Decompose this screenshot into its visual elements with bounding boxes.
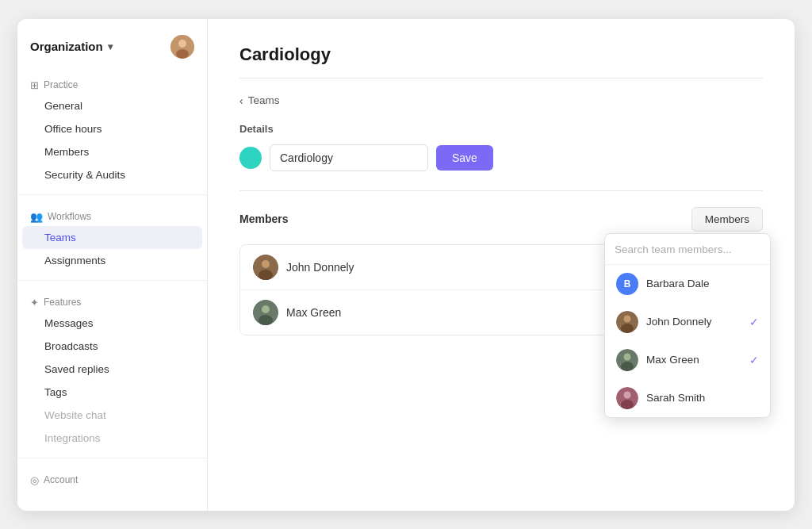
- assignments-label: Assignments: [44, 255, 105, 266]
- details-section-label: Details: [239, 123, 763, 135]
- sidebar-item-assignments[interactable]: Assignments: [22, 249, 202, 272]
- avatar: [616, 349, 638, 371]
- practice-icon: ⊞: [30, 79, 39, 91]
- team-color-dot[interactable]: [239, 147, 262, 169]
- sidebar-header: Organization ▾: [17, 35, 207, 71]
- dropdown-search-container: [605, 234, 770, 265]
- dropdown-member-name: John Donnely: [646, 316, 712, 328]
- sidebar-item-broadcasts[interactable]: Broadcasts: [22, 335, 202, 358]
- sidebar-item-tags[interactable]: Tags: [22, 381, 202, 404]
- dropdown-member-name: Barbara Dale: [646, 278, 710, 289]
- svg-point-14: [621, 362, 634, 371]
- tags-label: Tags: [44, 386, 67, 398]
- integrations-label: Integrations: [44, 432, 101, 444]
- workflows-label: Workflows: [48, 211, 91, 222]
- avatar: [170, 35, 194, 59]
- svg-point-16: [624, 391, 631, 398]
- sidebar-section-account: ◎ Account: [17, 466, 207, 489]
- sidebar-item-teams[interactable]: Teams: [22, 226, 202, 249]
- org-title[interactable]: Organization ▾: [30, 40, 113, 53]
- search-input[interactable]: [615, 243, 760, 255]
- back-to-teams-link[interactable]: ‹ Teams: [239, 94, 279, 107]
- sidebar-item-general[interactable]: General: [22, 94, 202, 117]
- dropdown-member-name: Sarah Smith: [646, 392, 705, 404]
- back-arrow-icon: ‹: [239, 94, 243, 107]
- sidebar-section-practice: ⊞ Practice: [17, 71, 207, 94]
- security-label: Security & Audits: [44, 169, 125, 181]
- back-link-label: Teams: [248, 94, 280, 106]
- svg-point-7: [262, 305, 270, 313]
- members-section-label: Members: [239, 213, 288, 225]
- list-item[interactable]: Max Green ✓: [605, 341, 770, 379]
- main-divider-middle: [239, 190, 763, 191]
- sidebar-item-security[interactable]: Security & Audits: [22, 163, 202, 186]
- sidebar-item-website-chat[interactable]: Website chat: [22, 404, 202, 427]
- teams-label: Teams: [44, 232, 76, 243]
- main-divider-top: [239, 78, 763, 79]
- members-dropdown-button[interactable]: Members: [691, 207, 763, 232]
- members-nav-label: Members: [44, 146, 89, 158]
- avatar-letter: B: [624, 278, 631, 289]
- members-dropdown: B Barbara Dale John Donnely ✓: [604, 233, 771, 418]
- sidebar: Organization ▾ ⊞ Practice General Office…: [17, 19, 208, 511]
- svg-point-2: [176, 49, 189, 59]
- dropdown-member-name: Max Green: [646, 354, 699, 366]
- sidebar-item-office-hours[interactable]: Office hours: [22, 117, 202, 140]
- avatar: B: [616, 273, 638, 295]
- workflows-icon: 👥: [30, 211, 43, 223]
- svg-point-13: [624, 353, 631, 360]
- page-title: Cardiology: [239, 44, 763, 65]
- sidebar-section-features: ✦ Features: [17, 289, 207, 312]
- members-section-header: Members Members: [239, 207, 763, 232]
- main-content: Cardiology ‹ Teams Details Save Members …: [208, 19, 795, 511]
- broadcasts-label: Broadcasts: [44, 340, 98, 352]
- org-name-label: Organization: [30, 40, 103, 53]
- svg-point-1: [178, 40, 186, 48]
- member-name: Max Green: [286, 306, 341, 319]
- team-name-input[interactable]: [270, 144, 428, 171]
- messages-label: Messages: [44, 317, 94, 329]
- member-name: John Donnely: [286, 261, 354, 274]
- sidebar-item-saved-replies[interactable]: Saved replies: [22, 358, 202, 381]
- divider-2: [17, 280, 207, 281]
- svg-point-17: [621, 400, 634, 409]
- chevron-down-icon: ▾: [108, 41, 113, 52]
- avatar: [616, 311, 638, 333]
- sidebar-item-members[interactable]: Members: [22, 140, 202, 163]
- avatar: [253, 255, 278, 280]
- divider-3: [17, 458, 207, 458]
- svg-point-4: [262, 260, 270, 268]
- svg-point-10: [624, 315, 631, 322]
- list-item[interactable]: John Donnely ✓: [605, 303, 770, 341]
- svg-point-11: [621, 324, 634, 333]
- website-chat-label: Website chat: [44, 409, 106, 421]
- avatar: [253, 300, 278, 325]
- practice-label: Practice: [44, 79, 78, 90]
- list-item[interactable]: B Barbara Dale: [605, 265, 770, 303]
- check-icon: ✓: [749, 354, 759, 366]
- sidebar-item-messages[interactable]: Messages: [22, 312, 202, 335]
- saved-replies-label: Saved replies: [44, 363, 109, 375]
- check-icon: ✓: [749, 316, 759, 328]
- features-label: Features: [44, 297, 81, 308]
- details-row: Save: [239, 144, 763, 171]
- features-icon: ✦: [30, 297, 39, 309]
- sidebar-section-workflows: 👥 Workflows: [17, 203, 207, 226]
- sidebar-item-integrations[interactable]: Integrations: [22, 427, 202, 450]
- office-hours-label: Office hours: [44, 123, 102, 135]
- general-label: General: [44, 100, 82, 112]
- app-container: Organization ▾ ⊞ Practice General Office…: [17, 19, 795, 511]
- divider-1: [17, 194, 207, 195]
- account-label: Account: [44, 474, 78, 485]
- avatar: [616, 387, 638, 409]
- account-icon: ◎: [30, 474, 39, 486]
- list-item[interactable]: Sarah Smith: [605, 379, 770, 417]
- save-button[interactable]: Save: [436, 145, 493, 171]
